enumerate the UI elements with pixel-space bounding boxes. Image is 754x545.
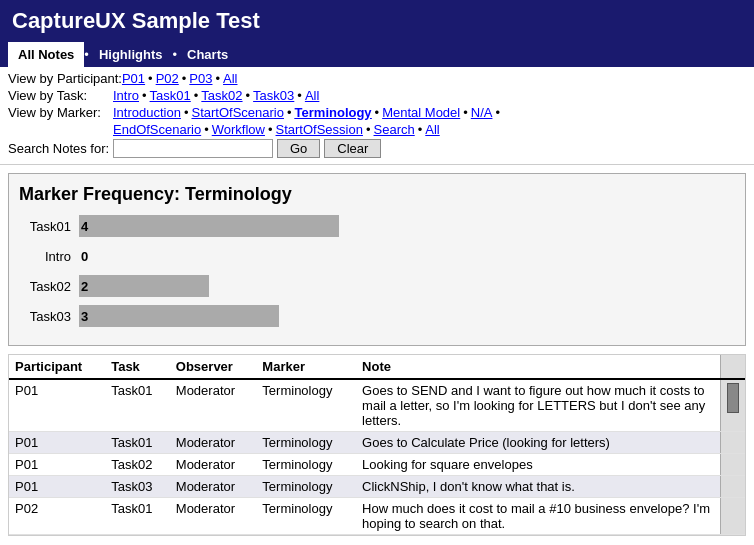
chart-title: Marker Frequency: Terminology	[19, 184, 735, 205]
chart-bar-task01: Task01 4	[19, 215, 735, 237]
clear-button[interactable]: Clear	[324, 139, 381, 158]
marker-startofsession[interactable]: StartOfSession	[276, 122, 363, 137]
cell-note: How much does it cost to mail a #10 busi…	[356, 498, 720, 535]
search-input[interactable]	[113, 139, 273, 158]
col-note: Note	[356, 355, 720, 379]
participant-p01[interactable]: P01	[122, 71, 145, 86]
table-body: P01Task01ModeratorTerminologyGoes to SEN…	[9, 379, 745, 535]
task-all[interactable]: All	[305, 88, 319, 103]
scrollbar-cell	[721, 432, 746, 454]
participant-filter-row: View by Participant: P01 • P02 • P03 • A…	[8, 71, 746, 86]
marker-filter-label: View by Marker:	[8, 105, 113, 120]
marker-filter-row2: EndOfScenario • Workflow • StartOfSessio…	[8, 122, 746, 137]
cell-participant: P01	[9, 476, 105, 498]
cell-observer: Moderator	[170, 454, 257, 476]
cell-note: ClickNShip, I don't know what that is.	[356, 476, 720, 498]
marker-terminology[interactable]: Terminology	[295, 105, 372, 120]
cell-marker: Terminology	[256, 432, 356, 454]
col-marker: Marker	[256, 355, 356, 379]
cell-note: Looking for square envelopes	[356, 454, 720, 476]
scrollbar-cell	[721, 498, 746, 535]
search-row: Search Notes for: Go Clear	[8, 139, 746, 158]
app-title: CaptureUX Sample Test	[0, 0, 754, 42]
table-row: P02Task01ModeratorTerminologyHow much do…	[9, 498, 745, 535]
marker-endofscenario[interactable]: EndOfScenario	[113, 122, 201, 137]
marker-introduction[interactable]: Introduction	[113, 105, 181, 120]
cell-marker: Terminology	[256, 379, 356, 432]
cell-observer: Moderator	[170, 476, 257, 498]
tab-highlights[interactable]: Highlights	[89, 42, 173, 67]
tab-bar: All Notes • Highlights • Charts	[0, 42, 754, 67]
marker-na[interactable]: N/A	[471, 105, 493, 120]
col-participant: Participant	[9, 355, 105, 379]
task-filter-label: View by Task:	[8, 88, 113, 103]
participant-all[interactable]: All	[223, 71, 237, 86]
notes-table: Participant Task Observer Marker Note P0…	[9, 355, 745, 535]
go-button[interactable]: Go	[277, 139, 320, 158]
marker-startofscenario[interactable]: StartOfScenario	[192, 105, 285, 120]
cell-participant: P02	[9, 498, 105, 535]
scrollbar-cell	[721, 454, 746, 476]
cell-marker: Terminology	[256, 454, 356, 476]
cell-task: Task01	[105, 432, 170, 454]
table-row: P01Task01ModeratorTerminologyGoes to Cal…	[9, 432, 745, 454]
cell-task: Task01	[105, 498, 170, 535]
cell-observer: Moderator	[170, 498, 257, 535]
chart-bar-intro: Intro 0	[19, 245, 735, 267]
marker-workflow[interactable]: Workflow	[212, 122, 265, 137]
chart-area: Marker Frequency: Terminology Task01 4 I…	[8, 173, 746, 346]
task-filter-row: View by Task: Intro • Task01 • Task02 • …	[8, 88, 746, 103]
cell-note: Goes to SEND and I want to figure out ho…	[356, 379, 720, 432]
chart-bar-task03: Task03 3	[19, 305, 735, 327]
marker-mental-model[interactable]: Mental Model	[382, 105, 460, 120]
task-task01[interactable]: Task01	[150, 88, 191, 103]
task-intro[interactable]: Intro	[113, 88, 139, 103]
task-task03[interactable]: Task03	[253, 88, 294, 103]
tab-charts[interactable]: Charts	[177, 42, 238, 67]
table-row: P01Task03ModeratorTerminologyClickNShip,…	[9, 476, 745, 498]
cell-observer: Moderator	[170, 379, 257, 432]
cell-marker: Terminology	[256, 498, 356, 535]
cell-note: Goes to Calculate Price (looking for let…	[356, 432, 720, 454]
filter-area: View by Participant: P01 • P02 • P03 • A…	[0, 67, 754, 165]
cell-task: Task01	[105, 379, 170, 432]
cell-participant: P01	[9, 454, 105, 476]
tab-all-notes[interactable]: All Notes	[8, 42, 84, 67]
participant-filter-label: View by Participant:	[8, 71, 122, 86]
cell-task: Task03	[105, 476, 170, 498]
scrollbar-cell	[721, 476, 746, 498]
cell-participant: P01	[9, 432, 105, 454]
table-row: P01Task01ModeratorTerminologyGoes to SEN…	[9, 379, 745, 432]
cell-participant: P01	[9, 379, 105, 432]
cell-marker: Terminology	[256, 476, 356, 498]
table-row: P01Task02ModeratorTerminologyLooking for…	[9, 454, 745, 476]
cell-task: Task02	[105, 454, 170, 476]
participant-p02[interactable]: P02	[156, 71, 179, 86]
table-header: Participant Task Observer Marker Note	[9, 355, 745, 379]
marker-all[interactable]: All	[425, 122, 439, 137]
participant-p03[interactable]: P03	[189, 71, 212, 86]
table-area: Participant Task Observer Marker Note P0…	[8, 354, 746, 536]
cell-observer: Moderator	[170, 432, 257, 454]
scrollbar-cell	[721, 379, 746, 432]
scrollbar-header	[721, 355, 746, 379]
chart-bar-task02: Task02 2	[19, 275, 735, 297]
search-label: Search Notes for:	[8, 141, 113, 156]
marker-search[interactable]: Search	[374, 122, 415, 137]
col-task: Task	[105, 355, 170, 379]
col-observer: Observer	[170, 355, 257, 379]
marker-filter-row: View by Marker: Introduction • StartOfSc…	[8, 105, 746, 120]
task-task02[interactable]: Task02	[201, 88, 242, 103]
